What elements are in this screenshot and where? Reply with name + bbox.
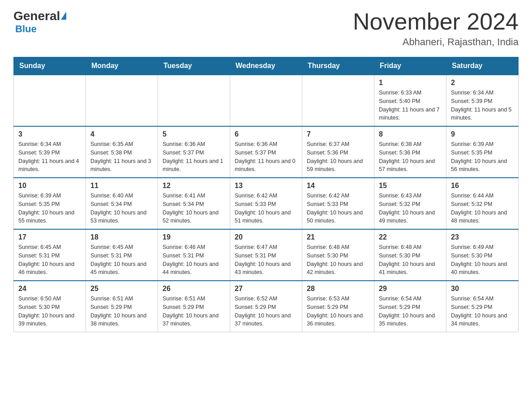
calendar-cell: 27Sunrise: 6:52 AMSunset: 5:29 PMDayligh… (230, 281, 302, 332)
day-info: Sunrise: 6:53 AMSunset: 5:29 PMDaylight:… (307, 295, 369, 328)
day-info: Sunrise: 6:34 AMSunset: 5:39 PMDaylight:… (18, 140, 81, 174)
week-row-3: 10Sunrise: 6:39 AMSunset: 5:35 PMDayligh… (14, 178, 519, 229)
calendar-cell: 4Sunrise: 6:35 AMSunset: 5:38 PMDaylight… (86, 126, 158, 178)
calendar-cell: 30Sunrise: 6:54 AMSunset: 5:29 PMDayligh… (446, 281, 519, 332)
day-header-monday: Monday (86, 57, 158, 75)
day-number: 4 (90, 130, 153, 138)
day-info: Sunrise: 6:52 AMSunset: 5:29 PMDaylight:… (235, 295, 297, 328)
day-info: Sunrise: 6:38 AMSunset: 5:36 PMDaylight:… (379, 140, 442, 174)
calendar-cell: 16Sunrise: 6:44 AMSunset: 5:32 PMDayligh… (446, 178, 519, 229)
day-number: 11 (90, 182, 153, 190)
logo-triangle-icon (61, 12, 66, 20)
day-info: Sunrise: 6:50 AMSunset: 5:30 PMDaylight:… (18, 295, 81, 328)
day-number: 21 (307, 233, 369, 241)
day-info: Sunrise: 6:45 AMSunset: 5:31 PMDaylight:… (90, 243, 153, 277)
day-number: 7 (307, 130, 369, 138)
day-info: Sunrise: 6:42 AMSunset: 5:33 PMDaylight:… (307, 192, 369, 225)
calendar-cell: 25Sunrise: 6:51 AMSunset: 5:29 PMDayligh… (86, 281, 158, 332)
day-info: Sunrise: 6:54 AMSunset: 5:29 PMDaylight:… (451, 295, 514, 328)
calendar-cell: 29Sunrise: 6:54 AMSunset: 5:29 PMDayligh… (374, 281, 446, 332)
day-number: 18 (90, 233, 153, 241)
day-number: 16 (451, 182, 514, 190)
day-info: Sunrise: 6:34 AMSunset: 5:39 PMDaylight:… (451, 89, 514, 122)
day-number: 30 (451, 285, 514, 293)
logo-general: General (13, 9, 60, 23)
day-info: Sunrise: 6:37 AMSunset: 5:36 PMDaylight:… (307, 140, 369, 174)
day-number: 20 (235, 233, 297, 241)
page-header: General Blue November 2024 Abhaneri, Raj… (13, 9, 519, 48)
calendar-cell: 17Sunrise: 6:45 AMSunset: 5:31 PMDayligh… (14, 229, 86, 281)
day-number: 8 (379, 130, 442, 138)
calendar-cell: 2Sunrise: 6:34 AMSunset: 5:39 PMDaylight… (446, 75, 519, 126)
calendar-cell: 5Sunrise: 6:36 AMSunset: 5:37 PMDaylight… (158, 126, 230, 178)
day-info: Sunrise: 6:46 AMSunset: 5:31 PMDaylight:… (163, 243, 225, 277)
day-info: Sunrise: 6:42 AMSunset: 5:33 PMDaylight:… (235, 192, 297, 225)
calendar-cell: 11Sunrise: 6:40 AMSunset: 5:34 PMDayligh… (86, 178, 158, 229)
day-number: 1 (379, 79, 442, 87)
month-title: November 2024 (353, 9, 519, 34)
day-info: Sunrise: 6:40 AMSunset: 5:34 PMDaylight:… (90, 192, 153, 225)
day-number: 26 (163, 285, 225, 293)
calendar-cell: 19Sunrise: 6:46 AMSunset: 5:31 PMDayligh… (158, 229, 230, 281)
calendar-cell: 14Sunrise: 6:42 AMSunset: 5:33 PMDayligh… (302, 178, 374, 229)
week-row-4: 17Sunrise: 6:45 AMSunset: 5:31 PMDayligh… (14, 229, 519, 281)
day-info: Sunrise: 6:39 AMSunset: 5:35 PMDaylight:… (451, 140, 514, 174)
day-number: 24 (18, 285, 81, 293)
title-section: November 2024 Abhaneri, Rajasthan, India (353, 9, 519, 48)
day-number: 9 (451, 130, 514, 138)
calendar-table: SundayMondayTuesdayWednesdayThursdayFrid… (13, 57, 519, 332)
day-info: Sunrise: 6:39 AMSunset: 5:35 PMDaylight:… (18, 192, 81, 225)
logo: General Blue (13, 9, 66, 35)
calendar-cell: 20Sunrise: 6:47 AMSunset: 5:31 PMDayligh… (230, 229, 302, 281)
calendar-cell: 18Sunrise: 6:45 AMSunset: 5:31 PMDayligh… (86, 229, 158, 281)
day-number: 2 (451, 79, 514, 87)
calendar-cell: 8Sunrise: 6:38 AMSunset: 5:36 PMDaylight… (374, 126, 446, 178)
day-info: Sunrise: 6:54 AMSunset: 5:29 PMDaylight:… (379, 295, 442, 328)
calendar-cell: 13Sunrise: 6:42 AMSunset: 5:33 PMDayligh… (230, 178, 302, 229)
day-header-friday: Friday (374, 57, 446, 75)
calendar-cell: 28Sunrise: 6:53 AMSunset: 5:29 PMDayligh… (302, 281, 374, 332)
week-row-1: 1Sunrise: 6:33 AMSunset: 5:40 PMDaylight… (14, 75, 519, 126)
week-row-5: 24Sunrise: 6:50 AMSunset: 5:30 PMDayligh… (14, 281, 519, 332)
day-info: Sunrise: 6:44 AMSunset: 5:32 PMDaylight:… (451, 192, 514, 225)
calendar-cell: 6Sunrise: 6:36 AMSunset: 5:37 PMDaylight… (230, 126, 302, 178)
day-number: 12 (163, 182, 225, 190)
calendar-cell (230, 75, 302, 126)
day-number: 27 (235, 285, 297, 293)
calendar-cell: 7Sunrise: 6:37 AMSunset: 5:36 PMDaylight… (302, 126, 374, 178)
day-number: 13 (235, 182, 297, 190)
calendar-cell: 15Sunrise: 6:43 AMSunset: 5:32 PMDayligh… (374, 178, 446, 229)
calendar-cell: 22Sunrise: 6:48 AMSunset: 5:30 PMDayligh… (374, 229, 446, 281)
calendar-cell (14, 75, 86, 126)
day-info: Sunrise: 6:48 AMSunset: 5:30 PMDaylight:… (307, 243, 369, 277)
day-info: Sunrise: 6:47 AMSunset: 5:31 PMDaylight:… (235, 243, 297, 277)
calendar-cell: 3Sunrise: 6:34 AMSunset: 5:39 PMDaylight… (14, 126, 86, 178)
day-info: Sunrise: 6:48 AMSunset: 5:30 PMDaylight:… (379, 243, 442, 277)
calendar-cell: 24Sunrise: 6:50 AMSunset: 5:30 PMDayligh… (14, 281, 86, 332)
day-number: 17 (18, 233, 81, 241)
calendar-cell: 21Sunrise: 6:48 AMSunset: 5:30 PMDayligh… (302, 229, 374, 281)
day-info: Sunrise: 6:51 AMSunset: 5:29 PMDaylight:… (90, 295, 153, 328)
day-header-thursday: Thursday (302, 57, 374, 75)
day-info: Sunrise: 6:41 AMSunset: 5:34 PMDaylight:… (163, 192, 225, 225)
day-number: 23 (451, 233, 514, 241)
calendar-cell (158, 75, 230, 126)
day-number: 25 (90, 285, 153, 293)
day-info: Sunrise: 6:33 AMSunset: 5:40 PMDaylight:… (379, 89, 442, 122)
calendar-cell: 1Sunrise: 6:33 AMSunset: 5:40 PMDaylight… (374, 75, 446, 126)
calendar-header-row: SundayMondayTuesdayWednesdayThursdayFrid… (14, 57, 519, 75)
day-number: 22 (379, 233, 442, 241)
location-title: Abhaneri, Rajasthan, India (353, 36, 519, 48)
day-info: Sunrise: 6:35 AMSunset: 5:38 PMDaylight:… (90, 140, 153, 174)
week-row-2: 3Sunrise: 6:34 AMSunset: 5:39 PMDaylight… (14, 126, 519, 178)
calendar-cell: 26Sunrise: 6:51 AMSunset: 5:29 PMDayligh… (158, 281, 230, 332)
day-number: 29 (379, 285, 442, 293)
day-info: Sunrise: 6:36 AMSunset: 5:37 PMDaylight:… (163, 140, 225, 174)
day-info: Sunrise: 6:51 AMSunset: 5:29 PMDaylight:… (163, 295, 225, 328)
day-number: 3 (18, 130, 81, 138)
day-header-saturday: Saturday (446, 57, 519, 75)
logo-blue: Blue (15, 23, 37, 35)
day-header-tuesday: Tuesday (158, 57, 230, 75)
day-header-wednesday: Wednesday (230, 57, 302, 75)
calendar-cell: 23Sunrise: 6:49 AMSunset: 5:30 PMDayligh… (446, 229, 519, 281)
